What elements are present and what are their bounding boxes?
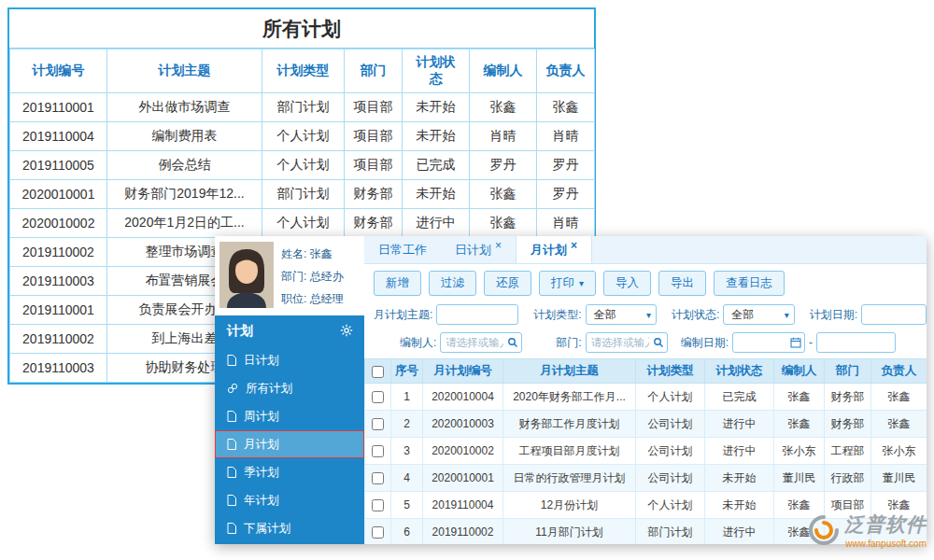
sidebar-item-monthly-plan[interactable]: 月计划 — [215, 430, 364, 458]
plan-subject-link[interactable]: 2020年财务部工作月... — [503, 384, 636, 411]
add-button[interactable]: 新增 — [374, 271, 421, 296]
plan-status-cell: 进行中 — [705, 438, 774, 465]
gear-icon[interactable] — [340, 324, 353, 340]
compile-date-end-input[interactable] — [816, 332, 896, 353]
row-checkbox[interactable] — [372, 526, 384, 539]
sidebar-item-yearly-plan[interactable]: 年计划 — [215, 486, 364, 514]
plan-subject-link[interactable]: 日常的行政管理月计划 — [503, 465, 636, 492]
compiler-cell: 罗丹 — [470, 151, 537, 180]
print-button[interactable]: 打印▾ — [539, 271, 596, 296]
search-icon[interactable] — [507, 337, 518, 348]
row-checkbox[interactable] — [372, 499, 384, 511]
sidebar-item-label: 日计划 — [244, 353, 279, 369]
owner-link[interactable]: 张鑫 — [871, 384, 927, 411]
date-range-separator: - — [809, 336, 813, 349]
column-header-department[interactable]: 部门 — [825, 359, 871, 384]
calendar-icon[interactable] — [790, 337, 801, 348]
column-header-owner: 负责人 — [537, 49, 595, 93]
sidebar-item-daily-plan[interactable]: 日计划 — [215, 346, 364, 374]
sidebar-item-label: 年计划 — [244, 493, 279, 509]
department-cell: 工程部 — [825, 438, 871, 465]
select-all-checkbox[interactable] — [372, 366, 384, 378]
type-select-value: 全部 — [594, 307, 616, 323]
row-checkbox[interactable] — [372, 445, 384, 457]
table-row[interactable]: 2019110004 编制费用表 个人计划 项目部 未开始 肖晴 肖晴 — [10, 122, 595, 151]
plan-code-link[interactable]: 2020010002 — [423, 438, 503, 465]
profile-name: 姓名: 张鑫 — [281, 246, 344, 262]
compiler-link[interactable]: 张鑫 — [774, 384, 825, 411]
plan-code-link[interactable]: 2019110002 — [423, 519, 503, 545]
row-checkbox[interactable] — [372, 472, 384, 484]
sidebar-item-label: 所有计划 — [246, 381, 292, 397]
column-header-index[interactable]: 序号 — [391, 359, 423, 384]
plan-code-link[interactable]: 2020010003 — [423, 411, 503, 438]
column-header-plan-type[interactable]: 计划类型 — [636, 359, 705, 384]
owner-link[interactable]: 张鑫 — [871, 411, 927, 438]
table-row[interactable]: 2 2020010003 财务部工作月度计划 公司计划 进行中 张鑫 财务部 张… — [365, 411, 927, 438]
chevron-down-icon: ▾ — [646, 310, 651, 320]
import-button[interactable]: 导入 — [603, 271, 651, 296]
tab-monthly-plan[interactable]: 月计划× — [516, 236, 592, 263]
plan-subject-link[interactable]: 12月份计划 — [503, 492, 636, 519]
status-select[interactable]: 全部 ▾ — [723, 304, 794, 325]
toolbar: 新增 过滤 还原 打印▾ 导入 导出 查看日志 — [364, 264, 927, 301]
user-profile: 姓名: 张鑫 部门: 总经办 职位: 总经理 — [215, 236, 364, 315]
owner-cell: 肖晴 — [537, 122, 595, 151]
table-header-row: 序号 月计划编号 月计划主题 计划类型 计划状态 编制人 部门 负责人 — [365, 359, 927, 384]
plan-code-cell: 2019110002 — [10, 325, 107, 354]
compiler-link[interactable]: 张鑫 — [774, 411, 825, 438]
left-panel: 姓名: 张鑫 部门: 总经办 职位: 总经理 计划 — [215, 236, 364, 544]
close-icon[interactable]: × — [571, 239, 577, 252]
table-row[interactable]: 3 2020010002 工程项目部月度计划 公司计划 进行中 张小东 工程部 … — [365, 438, 927, 465]
select-all-cell — [365, 359, 391, 384]
plan-date-input[interactable] — [861, 304, 927, 325]
column-header-plan-status[interactable]: 计划状态 — [705, 359, 774, 384]
plan-code-cell: 2019110003 — [10, 354, 107, 383]
restore-button[interactable]: 还原 — [484, 271, 531, 296]
compiler-link[interactable]: 张小东 — [774, 438, 825, 465]
table-row[interactable]: 2020010001 财务部门2019年12... 部门计划 财务部 未开始 张… — [10, 180, 595, 209]
sidebar-item-subordinate-plans[interactable]: 下属计划 — [215, 514, 364, 542]
sidebar-item-quarterly-plan[interactable]: 季计划 — [215, 458, 364, 486]
checkbox-cell — [365, 492, 391, 519]
sidebar-item-weekly-plan[interactable]: 周计划 — [215, 402, 364, 430]
plan-subject-link[interactable]: 11月部门计划 — [503, 519, 636, 545]
table-row[interactable]: 2019110001 外出做市场调查 部门计划 项目部 未开始 张鑫 张鑫 — [10, 93, 595, 122]
plan-code-cell: 2019110004 — [10, 122, 107, 151]
sidebar-item-label: 月计划 — [244, 437, 279, 453]
filter-button[interactable]: 过滤 — [429, 271, 476, 296]
compiler-link[interactable]: 董川民 — [774, 465, 825, 492]
plan-subject-link[interactable]: 工程项目部月度计划 — [503, 438, 636, 465]
tab-daily-work[interactable]: 日常工作 — [364, 236, 441, 263]
owner-link[interactable]: 董川民 — [871, 465, 927, 492]
sidebar-section-plan[interactable]: 计划 — [215, 315, 364, 346]
type-select[interactable]: 全部 ▾ — [586, 304, 657, 325]
column-header-plan-subject[interactable]: 月计划主题 — [503, 359, 636, 384]
document-icon — [227, 355, 236, 366]
tab-daily-plan[interactable]: 日计划× — [441, 236, 516, 263]
table-row[interactable]: 2019110005 例会总结 个人计划 项目部 已完成 罗丹 罗丹 — [10, 151, 595, 180]
table-row[interactable]: 2020010002 2020年1月2日的工... 个人计划 财务部 进行中 张… — [10, 209, 595, 238]
column-header-owner[interactable]: 负责人 — [871, 359, 927, 384]
export-button[interactable]: 导出 — [658, 271, 706, 296]
plan-code-link[interactable]: 2020010004 — [423, 384, 503, 411]
column-header-plan-code[interactable]: 月计划编号 — [423, 359, 503, 384]
row-checkbox[interactable] — [372, 391, 384, 403]
table-row[interactable]: 1 2020010004 2020年财务部工作月... 个人计划 已完成 张鑫 … — [365, 384, 927, 411]
table-row[interactable]: 4 2020010001 日常的行政管理月计划 公司计划 未开始 董川民 行政部… — [365, 465, 927, 492]
sidebar-item-all-plans[interactable]: 所有计划 — [215, 374, 364, 402]
subject-filter-input[interactable] — [436, 304, 518, 325]
plan-type-cell: 部门计划 — [262, 180, 345, 209]
monthly-plan-window: 姓名: 张鑫 部门: 总经办 职位: 总经理 计划 — [215, 236, 927, 544]
plan-code-link[interactable]: 2020010001 — [423, 465, 503, 492]
plan-code-link[interactable]: 2019110004 — [423, 492, 503, 519]
close-icon[interactable]: × — [495, 239, 502, 252]
plan-subject-link[interactable]: 财务部工作月度计划 — [503, 411, 636, 438]
row-checkbox[interactable] — [372, 418, 384, 430]
column-header-compiler[interactable]: 编制人 — [774, 359, 825, 384]
search-icon[interactable] — [653, 337, 664, 348]
plan-code-cell: 2019110005 — [10, 151, 107, 180]
owner-link[interactable]: 张小东 — [871, 438, 927, 465]
view-log-button[interactable]: 查看日志 — [714, 271, 785, 296]
plan-subject-cell: 财务部门2019年12... — [107, 180, 262, 209]
